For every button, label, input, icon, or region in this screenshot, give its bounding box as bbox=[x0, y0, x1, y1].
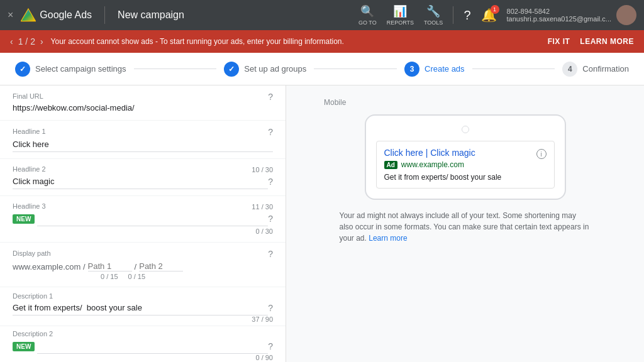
description1-field: Description 1 ? 37 / 90 bbox=[0, 287, 286, 326]
headline2-input-row: ? bbox=[13, 174, 273, 189]
description1-input-row: ? bbox=[13, 300, 273, 315]
mobile-camera bbox=[462, 126, 469, 133]
description1-input[interactable] bbox=[13, 300, 268, 315]
preview-note: Your ad might not always include all of … bbox=[340, 210, 591, 244]
notification-button[interactable]: 🔔 1 bbox=[481, 8, 497, 23]
headline2-label: Headline 2 bbox=[13, 165, 46, 173]
display-path-label: Display path bbox=[13, 250, 51, 257]
description2-help-icon[interactable]: ? bbox=[268, 341, 273, 351]
tools-button[interactable]: 🔧 TOOLS bbox=[424, 4, 443, 26]
display-path-2-input[interactable] bbox=[139, 261, 183, 272]
preview-panel: Mobile i Click here | Click magic Ad www… bbox=[286, 85, 644, 362]
step-1-circle: ✓ bbox=[15, 62, 30, 77]
headline3-new-badge: NEW bbox=[13, 214, 35, 224]
learn-more-button[interactable]: LEARN MORE bbox=[580, 37, 634, 46]
headline2-field: Headline 2 10 / 30 ? bbox=[0, 159, 286, 196]
step-3-label: Create ads bbox=[425, 64, 465, 74]
alert-prev-button[interactable]: ‹ bbox=[10, 36, 13, 47]
description2-new-badge: NEW bbox=[13, 342, 35, 351]
alert-nav: ‹ 1 / 2 › bbox=[10, 36, 43, 47]
learn-more-link[interactable]: Learn more bbox=[369, 234, 407, 243]
headline3-help-icon[interactable]: ? bbox=[268, 214, 273, 224]
display-path-field: Display path ? www.example.com / / 0 / 1… bbox=[0, 243, 286, 287]
description2-char-count: 0 / 90 bbox=[13, 354, 273, 361]
ad-badge: Ad bbox=[384, 161, 397, 169]
description2-input-row: NEW ? bbox=[13, 339, 273, 354]
alert-message: Your account cannot show ads - To start … bbox=[51, 37, 548, 46]
display-path-label-row: Display path ? bbox=[13, 249, 273, 259]
step-1[interactable]: ✓ Select campaign settings bbox=[15, 62, 126, 77]
reports-button[interactable]: 📊 REPORTS bbox=[387, 4, 414, 26]
headline2-top-row: Headline 2 10 / 30 bbox=[13, 165, 273, 174]
ad-info-icon[interactable]: i bbox=[536, 149, 547, 159]
user-email: tanushri.p.saxena0125@gmail.c... bbox=[507, 15, 611, 23]
google-ads-logo-icon bbox=[21, 8, 36, 23]
alert-bar: ‹ 1 / 2 › Your account cannot show ads -… bbox=[0, 30, 644, 53]
path-counts: 0 / 15 0 / 15 bbox=[13, 273, 273, 280]
description1-char-count: 37 / 90 bbox=[13, 315, 273, 323]
step-2-circle: ✓ bbox=[224, 62, 239, 77]
alert-next-button[interactable]: › bbox=[40, 36, 43, 47]
nav-separator bbox=[453, 6, 453, 24]
user-phone: 802-894-5842 bbox=[507, 8, 611, 15]
ad-preview-box: i Click here | Click magic Ad www.exampl… bbox=[376, 141, 555, 189]
path2-count: 0 / 15 bbox=[128, 273, 146, 280]
final-url-row: Final URL ? bbox=[13, 92, 273, 102]
display-path-1-input[interactable] bbox=[88, 261, 132, 272]
final-url-help-icon[interactable]: ? bbox=[268, 92, 273, 102]
description2-input[interactable] bbox=[37, 339, 268, 354]
headline3-input-row: NEW ? bbox=[13, 211, 273, 226]
step-4[interactable]: 4 Confirmation bbox=[562, 62, 629, 77]
top-nav-right: 🔍 GO TO 📊 REPORTS 🔧 TOOLS ? 🔔 1 802-894-… bbox=[358, 4, 636, 26]
headline3-field: Headline 3 11 / 30 NEW ? 0 / 30 bbox=[0, 196, 286, 243]
close-button[interactable]: × bbox=[8, 9, 13, 21]
campaign-title: New campaign bbox=[118, 9, 184, 21]
alert-actions: FIX IT LEARN MORE bbox=[548, 37, 634, 46]
alert-page-info: 1 / 2 bbox=[18, 36, 35, 47]
goto-label: GO TO bbox=[358, 19, 377, 26]
top-nav: × Google Ads New campaign 🔍 GO TO bbox=[0, 0, 644, 30]
step-4-circle: 4 bbox=[562, 62, 577, 77]
main-content: Final URL ? https://webkow.com/social-me… bbox=[0, 85, 644, 362]
headline1-row: Headline 1 ? bbox=[13, 127, 273, 137]
step-3[interactable]: 3 Create ads bbox=[404, 62, 465, 77]
display-path-base: www.example.com / bbox=[13, 262, 86, 272]
nav-divider bbox=[104, 6, 105, 24]
final-url-field: Final URL ? https://webkow.com/social-me… bbox=[0, 85, 286, 121]
headline2-help-icon[interactable]: ? bbox=[268, 177, 273, 187]
description1-help-icon[interactable]: ? bbox=[268, 303, 273, 313]
user-avatar[interactable] bbox=[616, 5, 636, 25]
description2-label: Description 2 bbox=[13, 330, 53, 337]
tools-icon: 🔧 bbox=[426, 4, 440, 18]
display-path-help-icon[interactable]: ? bbox=[268, 249, 273, 259]
headline1-label: Headline 1 bbox=[13, 128, 46, 135]
svg-marker-1 bbox=[22, 9, 35, 21]
step-1-label: Select campaign settings bbox=[35, 64, 126, 74]
help-button[interactable]: ? bbox=[464, 8, 470, 23]
ad-description: Get it from experts/ boost your sale bbox=[384, 173, 547, 182]
headline3-char-count-top: 11 / 30 bbox=[252, 203, 273, 211]
headline1-input[interactable] bbox=[13, 137, 273, 152]
mobile-label: Mobile bbox=[324, 98, 346, 107]
display-path-row: www.example.com / / bbox=[13, 261, 273, 272]
headline3-char-count-bottom: 0 / 30 bbox=[255, 228, 273, 235]
step-connector-2 bbox=[314, 69, 397, 69]
step-connector-3 bbox=[472, 69, 555, 69]
fix-it-button[interactable]: FIX IT bbox=[548, 37, 570, 46]
mobile-preview: i Click here | Click magic Ad www.exampl… bbox=[365, 114, 566, 200]
step-3-circle: 3 bbox=[404, 62, 419, 77]
headline1-help-icon[interactable]: ? bbox=[268, 127, 273, 137]
logo-text: Google Ads bbox=[40, 9, 92, 21]
steps-bar: ✓ Select campaign settings ✓ Set up ad g… bbox=[0, 53, 644, 85]
headline2-char-count: 10 / 30 bbox=[252, 166, 273, 173]
step-2[interactable]: ✓ Set up ad groups bbox=[224, 62, 306, 77]
headline2-input[interactable] bbox=[13, 174, 268, 189]
ad-url-row: Ad www.example.com bbox=[384, 160, 547, 169]
step-4-label: Confirmation bbox=[582, 64, 629, 74]
goto-button[interactable]: 🔍 GO TO bbox=[358, 4, 377, 26]
help-icon: ? bbox=[464, 8, 470, 23]
ad-headline: Click here | Click magic bbox=[384, 148, 547, 158]
headline3-top-row: Headline 3 11 / 30 bbox=[13, 202, 273, 211]
step-connector-1 bbox=[134, 69, 217, 69]
headline3-input[interactable] bbox=[37, 211, 268, 226]
